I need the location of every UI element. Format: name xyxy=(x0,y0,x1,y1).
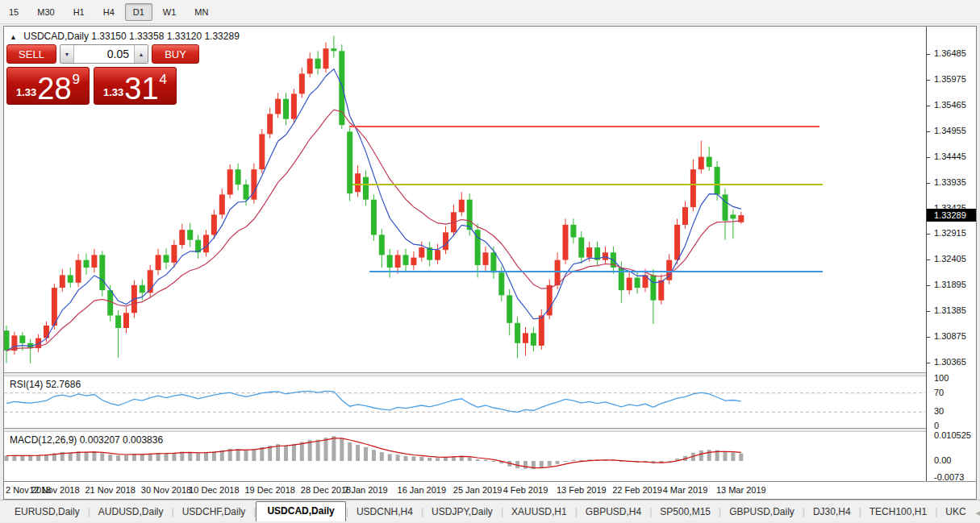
tab-scroll-left-icon[interactable]: ◄ xyxy=(974,508,980,517)
volume-stepper: ▼ ▲ xyxy=(60,44,148,64)
price-tick-label: 1.30365 xyxy=(927,357,976,367)
chart-tab-GBPUSD-Daily[interactable]: GBPUSD,Daily xyxy=(721,503,803,521)
buy-price-sup: 4 xyxy=(160,72,167,88)
timeframe-toolbar: 15M30H1H4D1W1MN xyxy=(0,0,980,24)
timeframe-button-D1[interactable]: D1 xyxy=(125,3,152,21)
price-axis[interactable]: 1.364851.359751.354651.349551.344451.339… xyxy=(926,27,976,481)
buy-price-box[interactable]: 1.33314 xyxy=(94,67,177,105)
date-tick-label: 13 Mar 2019 xyxy=(716,485,766,495)
rsi-label: RSI(14) 52.7686 xyxy=(10,379,81,390)
sell-button[interactable]: SELL xyxy=(6,44,56,64)
macd-axis-label: 0.00 xyxy=(927,455,976,465)
buy-price-big: 31 xyxy=(124,75,158,102)
timeframe-button-MN[interactable]: MN xyxy=(186,3,216,21)
buy-button[interactable]: BUY xyxy=(152,44,199,64)
rsi-macd-splitter[interactable] xyxy=(4,428,976,432)
chart-tab-XAUUSD-H1[interactable]: XAUUSD,H1 xyxy=(503,503,575,521)
chart-rsi-splitter[interactable] xyxy=(4,372,976,376)
price-tick-label: 1.32915 xyxy=(927,228,976,238)
chart-tab-TECH100-H1[interactable]: TECH100,H1 xyxy=(861,503,935,521)
collapse-trade-panel-icon[interactable]: ▲ xyxy=(10,33,17,41)
rsi-axis-label: 30 xyxy=(927,406,976,416)
date-tick-label: 19 Dec 2018 xyxy=(244,485,294,495)
macd-axis-label: 0.010525 xyxy=(927,430,976,440)
tab-scroll-buttons: ◄► xyxy=(974,508,980,521)
macd-axis-label: -0.0073 xyxy=(927,472,976,482)
date-tick-label: 10 Dec 2018 xyxy=(189,485,239,495)
price-tick-label: 1.34955 xyxy=(927,126,976,135)
date-tick-label: 25 Jan 2019 xyxy=(453,485,503,495)
timeframe-button-H1[interactable]: H1 xyxy=(65,3,93,21)
price-tick-label: 1.31895 xyxy=(927,280,976,289)
price-tick-label: 1.35975 xyxy=(927,74,976,84)
chart-tab-USDCAD-Daily[interactable]: USDCAD,Daily xyxy=(256,501,345,521)
chart-tab-USDJPY-Daily[interactable]: USDJPY,Daily xyxy=(423,503,501,521)
volume-input[interactable] xyxy=(74,45,134,63)
date-tick-label: 22 Feb 2019 xyxy=(612,485,662,495)
chart-tab-EURUSD-Daily[interactable]: EURUSD,Daily xyxy=(6,503,88,521)
timeframe-button-M30[interactable]: M30 xyxy=(29,3,62,21)
sell-price-sup: 9 xyxy=(73,72,80,88)
volume-decrease-button[interactable]: ▼ xyxy=(60,45,74,63)
chart-window: ▲ USDCAD,Daily 1.33150 1.33358 1.33120 1… xyxy=(3,26,977,500)
rsi-axis-label: 100 xyxy=(927,373,976,383)
date-axis[interactable]: 2 Nov 201812 Nov 201821 Nov 201830 Nov 2… xyxy=(4,481,976,499)
timeframe-button-15[interactable]: 15 xyxy=(1,3,27,21)
chart-tab-AUDUSD-Daily[interactable]: AUDUSD,Daily xyxy=(90,503,172,521)
buy-price-prefix: 1.33 xyxy=(103,86,123,98)
chart-tab-USDCNH-H4[interactable]: USDCNH,H4 xyxy=(348,503,421,521)
chart-tab-UKC[interactable]: UKC xyxy=(937,503,974,521)
timeframe-button-W1[interactable]: W1 xyxy=(155,3,185,21)
date-tick-label: 13 Feb 2019 xyxy=(557,485,607,495)
rsi-axis-label: 70 xyxy=(927,388,976,397)
rsi-panel[interactable]: RSI(14) 52.7686 xyxy=(4,377,925,428)
sell-price-big: 28 xyxy=(37,75,71,102)
date-tick-label: 21 Nov 2018 xyxy=(85,485,135,495)
rsi-chart xyxy=(4,377,925,428)
current-price-label: 1.33289 xyxy=(927,209,976,222)
rsi-axis-label: 0 xyxy=(927,421,976,430)
chart-tab-SP500-M15[interactable]: SP500,M15 xyxy=(652,503,719,521)
chart-symbol-title: USDCAD,Daily xyxy=(23,31,89,42)
chart-tab-USDCHF-Daily[interactable]: USDCHF,Daily xyxy=(174,503,254,521)
volume-increase-button[interactable]: ▲ xyxy=(134,45,148,63)
chart-ohlc-values: 1.33150 1.33358 1.33120 1.33289 xyxy=(91,31,240,42)
chart-tab-bar: EURUSD,Daily|AUDUSD,Daily|USDCHF,Daily|U… xyxy=(0,500,980,521)
chart-tab-DJ30-H4[interactable]: DJ30,H4 xyxy=(805,503,859,521)
price-tick-label: 1.36485 xyxy=(927,48,976,58)
macd-panel[interactable]: MACD(12,26,9) 0.003207 0.003836 xyxy=(4,433,925,481)
macd-label: MACD(12,26,9) 0.003207 0.003836 xyxy=(10,434,163,446)
date-tick-label: 7 Jan 2019 xyxy=(344,485,387,495)
timeframe-button-H4[interactable]: H4 xyxy=(95,3,123,21)
price-tick-label: 1.33935 xyxy=(927,177,976,187)
price-tick-label: 1.31385 xyxy=(927,305,976,315)
price-tick-label: 1.30875 xyxy=(927,331,976,341)
one-click-trading-panel: SELL ▼ ▲ BUY 1.33289 1.33314 xyxy=(6,44,199,105)
price-tick-label: 1.34445 xyxy=(927,152,976,161)
chart-header: ▲ USDCAD,Daily 1.33150 1.33358 1.33120 1… xyxy=(10,31,240,42)
sell-price-box[interactable]: 1.33289 xyxy=(6,67,90,105)
date-tick-label: 4 Feb 2019 xyxy=(503,485,548,495)
date-tick-label: 30 Nov 2018 xyxy=(141,485,191,495)
date-tick-label: 4 Mar 2019 xyxy=(663,485,708,495)
chart-tab-GBPUSD-H4[interactable]: GBPUSD,H4 xyxy=(578,503,649,521)
date-tick-label: 16 Jan 2019 xyxy=(398,485,447,495)
sell-price-prefix: 1.33 xyxy=(16,86,36,98)
date-tick-label: 12 Nov 2018 xyxy=(29,485,79,495)
price-tick-label: 1.35465 xyxy=(927,100,976,110)
price-tick-label: 1.32405 xyxy=(927,254,976,264)
